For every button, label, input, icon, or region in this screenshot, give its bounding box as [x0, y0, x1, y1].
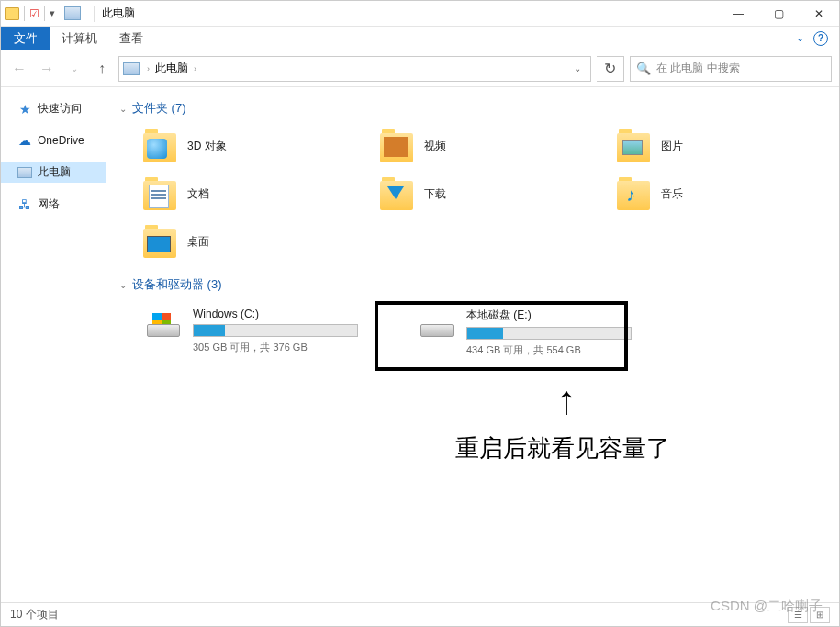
address-bar[interactable]: › 此电脑 › ⌄ [118, 56, 591, 82]
folder-videos[interactable]: 视频 [375, 126, 604, 166]
cloud-icon: ☁ [17, 133, 32, 148]
folder-label: 文档 [187, 186, 209, 202]
group-label: 设备和驱动器 (3) [132, 276, 222, 293]
chevron-right-icon[interactable]: › [192, 64, 198, 73]
folder-icon [141, 225, 178, 258]
drive-icon [419, 308, 455, 341]
sidebar-item-label: 此电脑 [38, 164, 71, 180]
title-divider [94, 6, 95, 22]
folder-label: 图片 [661, 139, 683, 154]
folder-icon: ♪ [615, 177, 652, 210]
drive-stat: 434 GB 可用，共 554 GB [466, 343, 670, 357]
drive-name: 本地磁盘 (E:) [466, 308, 670, 323]
folder-icon [615, 129, 652, 162]
status-item-count: 10 个项目 [10, 607, 59, 622]
separator [44, 6, 45, 21]
chevron-down-icon: ⌄ [119, 104, 127, 114]
folder-icon [378, 177, 415, 210]
drive-e[interactable]: 本地磁盘 (E:) 434 GB 可用，共 554 GB [411, 302, 678, 363]
nav-recent-icon[interactable]: ⌄ [63, 58, 85, 80]
ribbon-collapse-icon[interactable]: ⌄ [796, 32, 804, 44]
content-area: ★ 快速访问 ☁ OneDrive 此电脑 🖧 网络 ⌄ 文件夹 (7) 3D … [1, 87, 839, 601]
nav-back-icon[interactable]: ← [8, 58, 30, 80]
window-title: 此电脑 [102, 6, 135, 21]
folder-documents[interactable]: 文档 [138, 174, 367, 214]
titlebar: ☑ ▾ 此电脑 — ▢ ✕ [1, 1, 839, 27]
chevron-down-icon: ⌄ [119, 280, 127, 290]
status-bar: 10 个项目 ☰ ⊞ [1, 602, 839, 626]
sidebar-item-quick-access[interactable]: ★ 快速访问 [1, 98, 106, 119]
chevron-right-icon[interactable]: › [145, 64, 151, 73]
ribbon-tabs: 文件 计算机 查看 ⌄ ? [1, 27, 839, 50]
sidebar-item-network[interactable]: 🖧 网络 [1, 194, 106, 215]
close-button[interactable]: ✕ [799, 1, 839, 27]
sidebar-item-thispc[interactable]: 此电脑 [1, 162, 106, 183]
network-icon: 🖧 [17, 197, 32, 212]
folder-pictures[interactable]: 图片 [611, 126, 839, 166]
help-icon[interactable]: ? [813, 31, 828, 46]
drive-stat: 305 GB 可用，共 376 GB [193, 341, 397, 354]
search-input[interactable]: 🔍 在 此电脑 中搜索 [630, 56, 832, 82]
folder-downloads[interactable]: 下载 [375, 174, 604, 214]
view-icons-button[interactable]: ⊞ [810, 607, 830, 623]
separator [24, 6, 25, 21]
navigation-pane: ★ 快速访问 ☁ OneDrive 此电脑 🖧 网络 [1, 87, 106, 601]
group-header-folders[interactable]: ⌄ 文件夹 (7) [119, 100, 826, 117]
sidebar-item-label: 快速访问 [38, 101, 82, 117]
drive-capacity-bar [466, 327, 632, 340]
folder-icon [141, 129, 178, 162]
address-dropdown-icon[interactable]: ⌄ [568, 63, 587, 73]
tab-computer[interactable]: 计算机 [50, 27, 108, 50]
maximize-button[interactable]: ▢ [758, 1, 799, 27]
tab-file[interactable]: 文件 [1, 27, 50, 50]
group-header-drives[interactable]: ⌄ 设备和驱动器 (3) [119, 276, 826, 293]
folder-desktop[interactable]: 桌面 [138, 221, 367, 262]
view-details-button[interactable]: ☰ [788, 607, 808, 623]
nav-forward-icon[interactable]: → [36, 58, 58, 80]
pc-icon [17, 167, 32, 178]
nav-up-icon[interactable]: ↑ [91, 58, 113, 80]
tab-view[interactable]: 查看 [108, 27, 154, 50]
folder-icon [141, 177, 178, 210]
folder-label: 桌面 [187, 234, 209, 250]
refresh-button[interactable]: ↻ [597, 56, 624, 82]
group-label: 文件夹 (7) [132, 100, 186, 117]
drive-capacity-bar [193, 324, 358, 337]
qat-customize-icon[interactable]: ▾ [50, 7, 55, 19]
qat-properties-icon[interactable]: ☑ [29, 7, 39, 20]
quick-access-toolbar: ☑ ▾ [1, 6, 59, 21]
app-icon[interactable] [5, 7, 19, 20]
address-pc-icon [123, 62, 140, 75]
folder-label: 音乐 [661, 186, 683, 202]
navigation-bar: ← → ⌄ ↑ › 此电脑 › ⌄ ↻ 🔍 在 此电脑 中搜索 [1, 50, 839, 87]
folder-icon [378, 129, 415, 162]
folder-label: 3D 对象 [187, 139, 227, 154]
breadcrumb-thispc[interactable]: 此电脑 [151, 61, 192, 76]
annotation-text: 重启后就看见容量了 [455, 432, 670, 465]
window-icon [64, 6, 81, 20]
star-icon: ★ [17, 102, 32, 117]
search-icon: 🔍 [636, 62, 651, 75]
file-list: ⌄ 文件夹 (7) 3D 对象 视频 图片 文档 下载 [106, 87, 839, 601]
folder-label: 下载 [424, 186, 446, 202]
folder-3d-objects[interactable]: 3D 对象 [138, 126, 367, 166]
minimize-button[interactable]: — [718, 1, 758, 27]
annotation-arrow-icon: ↑ [556, 377, 577, 423]
drive-c[interactable]: Windows (C:) 305 GB 可用，共 376 GB [138, 302, 404, 363]
sidebar-item-label: OneDrive [38, 134, 84, 147]
sidebar-item-label: 网络 [38, 196, 60, 212]
folder-music[interactable]: ♪ 音乐 [611, 174, 839, 214]
drive-name: Windows (C:) [193, 308, 397, 320]
drive-icon [145, 308, 182, 341]
folder-label: 视频 [424, 139, 446, 154]
sidebar-item-onedrive[interactable]: ☁ OneDrive [1, 130, 106, 151]
search-placeholder: 在 此电脑 中搜索 [656, 61, 740, 76]
